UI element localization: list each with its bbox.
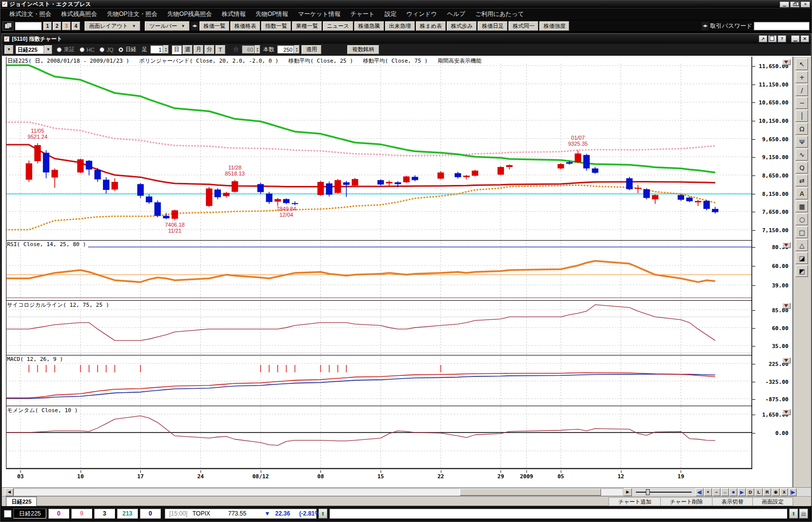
minimize-icon[interactable]: ▁ (780, 1, 789, 7)
toolbar-splitter-icon[interactable]: ◀▶ (191, 22, 198, 30)
scroll-left-end-button[interactable]: ◀| (696, 488, 704, 496)
layout-3-button[interactable]: 3 (62, 22, 71, 30)
candle-12-18[interactable] (403, 176, 409, 183)
apply-button[interactable]: 適用 (302, 45, 321, 54)
menu-item[interactable]: 先物OP注文・照会 (102, 10, 162, 18)
candle-12-10[interactable] (334, 179, 341, 193)
fit-width-button[interactable]: ↔ (721, 488, 729, 496)
candle-11-27[interactable] (223, 192, 229, 198)
multi-symbol-button[interactable]: 複数銘柄 (347, 45, 379, 54)
candle-01-07[interactable] (575, 151, 581, 163)
candle-11-07[interactable] (52, 169, 58, 188)
panel-dropdown-icon[interactable] (782, 59, 791, 65)
candle-11-28[interactable] (232, 180, 238, 193)
alert-bell-tool-icon[interactable]: Ω (796, 123, 808, 135)
zoom-in-button[interactable]: + (704, 488, 712, 496)
zigzag-tool-icon[interactable]: ∿ (796, 149, 808, 161)
candle-12-19[interactable] (412, 175, 418, 181)
password-splitter-icon[interactable]: ◀▶ (702, 22, 709, 30)
market-radio[interactable]: JQ (100, 47, 113, 53)
period-button[interactable]: 分 (204, 45, 214, 54)
toolbar-button[interactable]: 株まめ表 (416, 21, 446, 31)
crosshair-tool-icon[interactable]: + (796, 71, 808, 83)
candle-11-04[interactable] (26, 161, 32, 182)
candle-11-05[interactable] (34, 143, 41, 163)
menu-item[interactable]: マーケット情報 (293, 10, 345, 18)
chart-scrollbar[interactable] (13, 488, 623, 496)
ellipse-tool-icon[interactable]: ○ (796, 213, 808, 225)
panel-dropdown-icon[interactable] (782, 357, 791, 363)
layout-2-button[interactable]: 2 (53, 22, 61, 30)
symbol-combo-value[interactable]: 日経225 (15, 45, 44, 54)
scroll-right-end-button[interactable]: |▶ (789, 488, 797, 496)
symbol-menu-dropdown[interactable]: ▼ (4, 45, 13, 54)
status-toggle-button[interactable] (4, 510, 11, 518)
candle-01-20[interactable] (686, 196, 693, 202)
duplicate-window-icon[interactable] (768, 35, 777, 42)
popout-window-icon[interactable]: ↗ (759, 35, 767, 42)
period-button[interactable]: T (215, 45, 225, 54)
mode-r-button[interactable]: R (763, 488, 771, 496)
price-chart-canvas[interactable]: 11/059521.247406.1811/2111/288518.137849… (6, 57, 752, 470)
candle-12-08[interactable] (317, 181, 324, 196)
horizontal-line-tool-icon[interactable]: ─ (796, 97, 808, 109)
candle-11-14[interactable] (111, 178, 118, 191)
candle-12-03[interactable] (275, 198, 281, 206)
panel-dropdown-icon[interactable] (782, 303, 791, 309)
bar-count-input[interactable] (277, 45, 294, 54)
toolbar-button[interactable]: 出来急増 (385, 21, 415, 31)
menu-item[interactable]: 株式注文・照会 (4, 10, 56, 18)
candle-12-04[interactable] (283, 198, 290, 204)
toolbar-button[interactable]: 株価格表 (230, 21, 260, 31)
interval-input[interactable] (150, 45, 163, 54)
candle-12-15[interactable] (378, 179, 384, 186)
candle-12-22[interactable] (437, 171, 444, 179)
interval-spinner[interactable]: ▲▼ (163, 45, 169, 54)
eraser-tool-icon[interactable]: ◪ (796, 252, 808, 264)
erase-all-tool-icon[interactable]: ◩ (796, 265, 808, 277)
zoom-slider[interactable] (636, 488, 692, 496)
play-button[interactable]: ▶ (738, 488, 746, 496)
panel-dropdown-icon[interactable] (782, 242, 791, 248)
market-radio[interactable]: 日経 (118, 46, 136, 53)
candle-01-23[interactable] (712, 207, 718, 214)
chart-action-button[interactable]: チャート追加 (609, 497, 661, 506)
menu-item[interactable]: ご利用にあたって (470, 10, 529, 18)
vertical-line-tool-icon[interactable]: │ (796, 110, 808, 122)
clear-mode-button[interactable]: X (780, 488, 788, 496)
zoom-slider-handle[interactable] (646, 489, 650, 495)
candle-12-12[interactable] (352, 178, 358, 187)
candle-12-26[interactable] (472, 170, 478, 176)
scrollbar-thumb[interactable] (460, 489, 601, 496)
candle-11-18[interactable] (146, 194, 152, 204)
candle-12-29[interactable] (498, 166, 504, 175)
candle-11-21[interactable] (172, 210, 178, 221)
symbol-combo[interactable]: 日経225 ▼ (15, 45, 52, 54)
fan-lines-tool-icon[interactable]: Ψ (796, 136, 808, 148)
market-radio[interactable]: 東証 (57, 46, 75, 53)
toolbar-button[interactable]: 株価日足 (478, 21, 508, 31)
help-icon[interactable]: ? (778, 35, 786, 42)
candle-11-19[interactable] (154, 200, 161, 217)
candle-01-09[interactable] (592, 167, 599, 174)
menu-item[interactable]: 株式残高照会 (56, 10, 102, 18)
rectangle-tool-icon[interactable]: □ (796, 226, 808, 238)
toolbar-dropdown[interactable]: ツールバー▼ (145, 21, 190, 31)
bar-count-spinner[interactable]: ▲▼ (294, 45, 300, 54)
grid-tool-icon[interactable]: ▦ (796, 200, 808, 212)
candle-11-10[interactable] (77, 159, 84, 173)
trade-password-input[interactable] (754, 22, 810, 30)
scroll-right-icon[interactable]: ▶ (623, 488, 632, 496)
candle-12-25[interactable] (463, 175, 470, 179)
toolbar-button[interactable]: 株価急騰 (354, 21, 384, 31)
window-cascade-icon[interactable] (2, 21, 13, 31)
candle-01-08[interactable] (583, 154, 590, 171)
candle-11-11[interactable] (86, 160, 92, 175)
toolbar-button[interactable]: 業種一覧 (292, 21, 322, 31)
close-icon[interactable]: ✕ (801, 1, 810, 7)
toolbar-button[interactable]: 株式歩み (447, 21, 477, 31)
menu-item[interactable]: 先物OP残高照会 (162, 10, 216, 18)
quick-entry-input[interactable] (15, 22, 42, 30)
chart-close-icon[interactable]: ✕ (801, 35, 809, 42)
candle-01-13[interactable] (626, 177, 633, 190)
